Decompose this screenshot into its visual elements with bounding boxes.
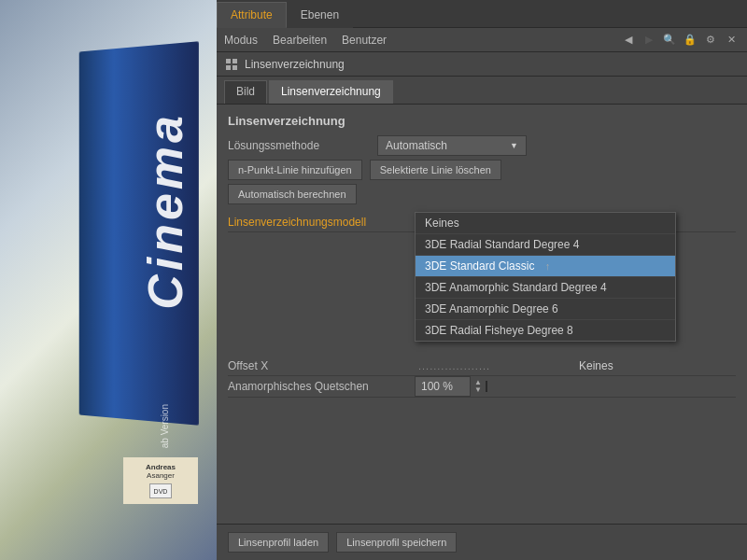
section-icon: [224, 57, 239, 72]
lock-icon[interactable]: 🔒: [682, 32, 698, 49]
spinner-arrows: ▲ ▼: [474, 376, 482, 397]
dropdown-item-standard-classic[interactable]: 3DE Standard Classic ↑: [416, 256, 675, 277]
toolbar-benutzer[interactable]: Benutzer: [342, 34, 387, 47]
load-profile-button[interactable]: Linsenprofil laden: [228, 532, 329, 553]
svg-rect-3: [233, 65, 237, 70]
close-icon[interactable]: ✕: [723, 32, 740, 49]
offset-x-row: Offset X ................... Keines: [228, 356, 736, 376]
search-icon[interactable]: 🔍: [661, 32, 678, 49]
sub-tab-bild[interactable]: Bild: [224, 80, 267, 104]
bottom-bar: Linsenprofil laden Linsenprofil speicher…: [217, 524, 747, 560]
book-label: Andreas Asanger DVD: [123, 457, 198, 504]
toolbar-bearbeiten[interactable]: Bearbeiten: [273, 34, 327, 47]
model-label: Linsenverzeichnungsmodell: [228, 214, 415, 231]
forward-arrow-icon[interactable]: ▶: [641, 32, 657, 49]
svg-rect-1: [233, 59, 237, 63]
anamorphic-quetschen-label: Anamorphisches Quetschen: [228, 378, 415, 395]
spinner-row: ▲ ▼: [415, 376, 487, 397]
right-panel: Attribute Ebenen Modus Bearbeiten Benutz…: [217, 0, 747, 560]
dropdown-item-fisheye8[interactable]: 3DE Radial Fisheye Degree 8: [416, 320, 675, 341]
main-content: Linsenverzeichnung Lösungssmethode Autom…: [217, 105, 747, 524]
solution-dropdown[interactable]: Automatisch ▼: [377, 135, 527, 156]
left-panel: Cinema ab Version Andreas Asanger DVD: [0, 0, 217, 560]
dropdown-item-anamorphic4[interactable]: 3DE Anamorphic Standard Degree 4: [416, 277, 675, 299]
spinner-input[interactable]: [415, 376, 471, 397]
main-section-title: Linsenverzeichnung: [228, 114, 736, 128]
svg-rect-2: [226, 65, 231, 70]
save-profile-button[interactable]: Linsenprofil speichern: [336, 532, 457, 553]
section-title: Linsenverzeichnung: [245, 58, 345, 71]
toolbar: Modus Bearbeiten Benutzer ◀ ▶ 🔍 🔒 ⚙ ✕: [217, 28, 747, 52]
section-header: Linsenverzeichnung: [217, 52, 747, 77]
back-arrow-icon[interactable]: ◀: [620, 32, 637, 49]
dropdown-list: Keines 3DE Radial Standard Degree 4 3DE …: [415, 212, 676, 342]
book-title: Cinema: [137, 112, 193, 310]
add-point-line-button[interactable]: n-Punkt-Linie hinzufügen: [228, 160, 362, 180]
progress-bar[interactable]: [486, 381, 487, 392]
tab-ebenen[interactable]: Ebenen: [287, 2, 353, 28]
auto-calculate-button[interactable]: Automatisch berechnen: [228, 184, 357, 204]
anamorphic-quetschen-row: Anamorphisches Quetschen ▲ ▼: [228, 376, 736, 398]
book-subtitle: ab Version: [160, 404, 170, 448]
toolbar-modus[interactable]: Modus: [224, 34, 258, 47]
dropdown-item-keines[interactable]: Keines: [416, 213, 675, 234]
offset-x-label: Offset X: [228, 357, 415, 374]
settings-icon[interactable]: ⚙: [702, 32, 719, 49]
solution-label: Lösungssmethode: [228, 139, 377, 152]
sub-tab-linsenverzeichnung[interactable]: Linsenverzeichnung: [269, 80, 393, 104]
tab-attribute[interactable]: Attribute: [217, 2, 287, 28]
spinner-down[interactable]: ▼: [474, 386, 482, 394]
dropdown-item-radial4[interactable]: 3DE Radial Standard Degree 4: [416, 234, 675, 256]
props-area: Linsenverzeichnungsmodell 3DE Standard C…: [228, 212, 736, 398]
dropdown-item-anamorphic6[interactable]: 3DE Anamorphic Degree 6: [416, 299, 675, 320]
svg-rect-0: [226, 59, 231, 63]
delete-selected-line-button[interactable]: Selektierte Linie löschen: [370, 160, 501, 180]
sub-tabs: Bild Linsenverzeichnung: [217, 77, 747, 105]
offset-x-value: Keines: [579, 359, 736, 372]
top-tabs: Attribute Ebenen: [217, 0, 747, 28]
